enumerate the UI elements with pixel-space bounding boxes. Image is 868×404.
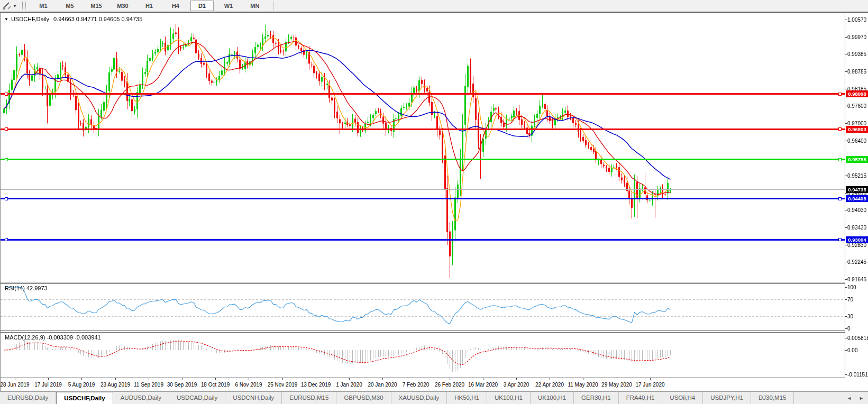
price-axis-tickmark [845,54,847,54]
horizontal-support-line[interactable] [1,239,845,241]
date-axis-label: 20 Jan 2020 [368,382,397,388]
date-axis-label: 23 Aug 2019 [100,382,130,388]
timeframe-button-m1[interactable]: M1 [32,1,55,11]
date-axis-label: 11 Sep 2019 [134,382,163,388]
chart-tab-usdjpy-h1[interactable]: USDJPY,H1 [703,392,751,404]
price-axis-tick-label: 0.93430 [847,225,866,231]
panel-separator[interactable] [1,282,845,282]
line-drag-handle[interactable] [5,197,8,200]
timeframe-button-m15[interactable]: M15 [85,1,108,11]
price-level-badge: 0.98008 [846,90,868,97]
drawing-tool-icon[interactable] [1,1,13,11]
date-axis-label: 28 Jun 2019 [0,382,29,388]
rsi-axis-tick-label: 0 [847,326,851,332]
line-drag-handle[interactable] [5,158,8,161]
current-bid-price-line [1,189,845,190]
timeframe-button-w1[interactable]: W1 [217,1,240,11]
date-axis-tickmark [316,378,316,380]
drawing-tool-glyph [3,2,11,10]
line-drag-handle[interactable] [5,127,8,131]
chart-symbol-label: USDCHF,Daily [11,16,49,22]
timeframe-button-h4[interactable]: H4 [164,1,187,11]
timeframe-button-m5[interactable]: M5 [58,1,81,11]
timeframe-button-d1[interactable]: D1 [190,1,214,11]
date-axis-label: 3 Apr 2020 [504,382,529,388]
chart-tab-uk100-h1[interactable]: UK100,H1 [531,392,574,404]
price-axis-tickmark [845,262,847,262]
rsi-axis-tick-label: 70 [847,297,853,302]
price-axis-tick-label: 0.99970 [847,34,866,40]
rsi-chart-canvas[interactable] [1,283,845,330]
price-axis-tickmark [845,106,847,106]
chart-tab-uk100-h1[interactable]: UK100,H1 [487,392,531,404]
chart-tab-eurusd-m15[interactable]: EURUSD,M15 [282,392,336,404]
price-axis-tick-label: 0.94030 [847,207,866,213]
macd-indicator-label: MACD(12,26,9) -0.003309 -0.003941 [5,334,101,341]
line-drag-handle[interactable] [838,127,842,131]
panel-separator[interactable] [1,330,845,331]
horizontal-support-line[interactable] [1,159,845,160]
chart-tab-usdcad-daily[interactable]: USDCAD,Daily [169,392,225,404]
date-axis-tickmark [550,378,550,380]
chart-tab-usdcnh-daily[interactable]: USDCNH,Daily [225,392,282,404]
price-axis-tick-label: 0.95215 [847,173,866,179]
timeframe-button-m30[interactable]: M30 [111,1,134,11]
line-drag-handle[interactable] [838,238,842,241]
price-axis-tick-label: 0.96400 [847,138,866,144]
chevron-down-icon[interactable]: ▼ [4,17,8,22]
date-axis-tickmark [450,378,450,380]
chart-tab-xauusd-daily[interactable]: XAUUSD,Daily [391,392,447,404]
chart-tab-usdchf-daily[interactable]: USDCHF,Daily [56,392,113,404]
chart-tab-audusd-daily[interactable]: AUDUSD,Daily [113,392,169,404]
price-level-badge: 0.94408 [846,195,868,202]
price-axis-tickmark [845,227,847,228]
chart-tab-hk50-h1[interactable]: HK50,H1 [447,392,487,404]
line-drag-handle[interactable] [838,197,842,200]
price-axis-tick-label: 0.99385 [847,51,866,57]
date-axis-label: 7 Feb 2020 [403,382,430,388]
horizontal-resistance-line[interactable] [1,93,845,95]
chart-tab-gbpusd-m30[interactable]: GBPUSD,M30 [336,392,391,404]
tab-scroll-right-icon[interactable]: ► [859,396,864,401]
panel-separator[interactable] [1,332,845,333]
date-axis-label: 16 Mar 2020 [468,382,498,388]
chart-window: ▼ USDCHF,Daily 0.94663 0.94771 0.94605 0… [0,13,868,391]
chevron-down-icon[interactable]: ▼ [13,4,17,8]
date-axis-tickmark [483,378,483,380]
line-drag-handle[interactable] [5,93,8,96]
rsi-axis-tick-label: 30 [847,314,853,319]
price-level-badge: 0.93004 [846,236,868,243]
chart-tab-dj30-m15[interactable]: DJ30,M15 [751,392,794,404]
horizontal-resistance-line[interactable] [1,128,845,130]
rsi-axis-tickmark [845,316,847,317]
macd-axis-tickmark [845,338,847,338]
date-axis-label: 17 Jul 2019 [34,382,62,388]
line-drag-handle[interactable] [838,93,842,96]
tab-scroll-left-icon[interactable]: ◄ [847,396,852,401]
date-axis-label: 11 May 2020 [568,382,598,388]
timeframe-button-mn[interactable]: MN [243,1,267,11]
toolbar-grip[interactable] [22,2,26,10]
chart-tab-fra40-h1[interactable]: FRA40,H1 [619,392,663,404]
date-axis-tickmark [249,378,249,380]
chart-tab-ger30-h1[interactable]: GER30,H1 [574,392,619,404]
chart-tab-eurusd-daily[interactable]: EURUSD,Daily [0,392,56,404]
date-axis-tickmark [349,378,350,380]
price-chart-canvas[interactable] [1,13,845,282]
line-drag-handle[interactable] [5,238,8,241]
price-level-badge: 0.96803 [846,126,868,133]
price-level-badge: 0.95758 [846,156,868,163]
timeframe-button-h1[interactable]: H1 [138,1,161,11]
chart-title: ▼ USDCHF,Daily 0.94663 0.94771 0.94605 0… [4,16,142,22]
panel-separator[interactable] [1,283,845,284]
price-axis-line[interactable] [845,13,845,378]
macd-axis-tickmark [845,350,847,351]
date-axis-tickmark [182,378,182,380]
price-axis-tick-label: 0.91645 [847,277,866,282]
horizontal-support-line[interactable] [1,198,845,199]
macd-chart-canvas[interactable] [1,332,845,378]
date-axis-tickmark [215,378,216,380]
price-axis-tick-label: 1.00570 [847,17,866,23]
line-drag-handle[interactable] [838,158,842,161]
chart-tab-usoil-h4[interactable]: USOil,H4 [662,392,703,404]
